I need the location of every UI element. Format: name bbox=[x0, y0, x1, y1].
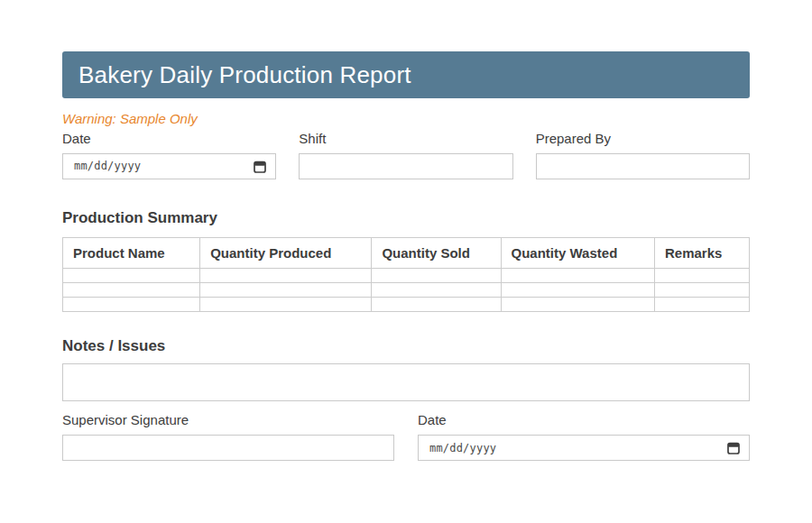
table-cell bbox=[372, 297, 501, 311]
table-header-row: Product NameQuantity ProducedQuantity So… bbox=[63, 237, 750, 268]
sample-warning: Warning: Sample Only bbox=[62, 112, 750, 127]
table-cell bbox=[654, 297, 749, 311]
notes-input[interactable] bbox=[62, 363, 750, 401]
shift-label: Shift bbox=[299, 131, 512, 147]
table-cell bbox=[372, 282, 501, 297]
supervisor-signature-input[interactable] bbox=[62, 435, 394, 461]
signature-date-placeholder: mm/dd/yyyy bbox=[429, 442, 496, 454]
column-header: Quantity Sold bbox=[372, 237, 501, 268]
supervisor-signature-group: Supervisor Signature bbox=[62, 411, 394, 461]
table-cell bbox=[63, 297, 200, 311]
calendar-icon[interactable] bbox=[254, 160, 266, 173]
report-form: Bakery Daily Production Report Warning: … bbox=[62, 51, 750, 461]
signature-date-group: Date mm/dd/yyyy bbox=[418, 411, 750, 461]
table-cell bbox=[654, 282, 749, 297]
date-label: Date bbox=[62, 131, 276, 147]
shift-input[interactable] bbox=[299, 153, 512, 179]
table-row bbox=[63, 297, 750, 311]
date-field-group: Date mm/dd/yyyy bbox=[62, 130, 276, 179]
supervisor-signature-label: Supervisor Signature bbox=[62, 412, 394, 428]
title-bar: Bakery Daily Production Report bbox=[62, 51, 750, 98]
table-cell bbox=[63, 282, 200, 297]
date-input[interactable]: mm/dd/yyyy bbox=[62, 153, 276, 179]
signature-date-label: Date bbox=[418, 412, 750, 428]
top-field-row: Date mm/dd/yyyy Shift Prepared By bbox=[62, 130, 750, 179]
production-summary-heading: Production Summary bbox=[62, 209, 750, 227]
notes-heading: Notes / Issues bbox=[62, 337, 750, 355]
shift-field-group: Shift bbox=[299, 130, 512, 179]
table-cell bbox=[501, 297, 654, 311]
table-row bbox=[63, 282, 750, 297]
table-cell bbox=[654, 268, 749, 282]
table-cell bbox=[200, 282, 372, 297]
prepared-by-label: Prepared By bbox=[536, 131, 750, 147]
prepared-by-field-group: Prepared By bbox=[536, 130, 750, 179]
table-body bbox=[63, 268, 750, 311]
production-summary-table: Product NameQuantity ProducedQuantity So… bbox=[62, 237, 750, 312]
table-cell bbox=[501, 282, 654, 297]
column-header: Quantity Wasted bbox=[501, 237, 654, 268]
column-header: Product Name bbox=[63, 237, 200, 268]
table-cell bbox=[200, 268, 372, 282]
date-placeholder: mm/dd/yyyy bbox=[74, 160, 141, 172]
table-cell bbox=[501, 268, 654, 282]
column-header: Remarks bbox=[654, 237, 749, 268]
prepared-by-input[interactable] bbox=[536, 153, 750, 179]
signature-date-input[interactable]: mm/dd/yyyy bbox=[418, 435, 750, 461]
table-cell bbox=[200, 297, 372, 311]
signature-row: Supervisor Signature Date mm/dd/yyyy bbox=[62, 411, 750, 461]
column-header: Quantity Produced bbox=[200, 237, 372, 268]
table-row bbox=[63, 268, 750, 282]
table-cell bbox=[372, 268, 501, 282]
calendar-icon[interactable] bbox=[727, 441, 740, 454]
page-title: Bakery Daily Production Report bbox=[78, 61, 411, 89]
table-cell bbox=[63, 268, 200, 282]
